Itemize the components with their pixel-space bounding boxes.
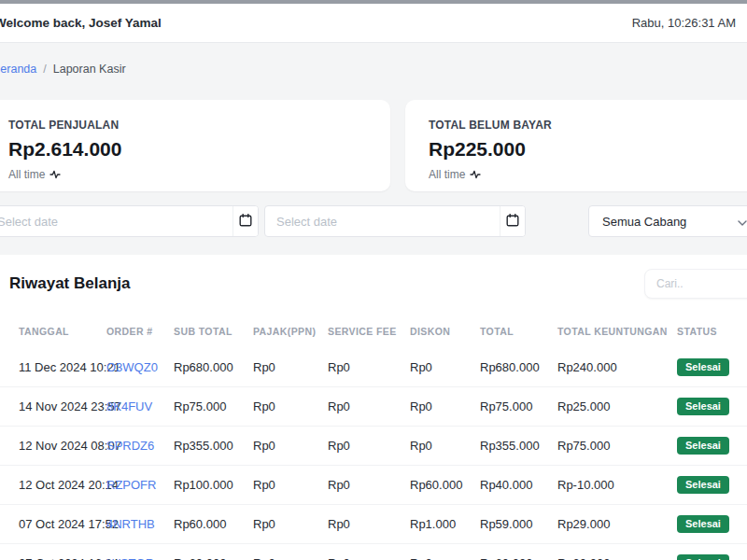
table-row[interactable]: 14 Nov 2024 23:57 8K4FUV Rp75.000 Rp0 Rp… [0, 387, 747, 427]
cell-pajak: Rp0 [253, 478, 275, 492]
status-badge: Selesai [677, 515, 729, 533]
breadcrumb-home-link[interactable]: Beranda [0, 63, 36, 76]
report-section: Riwayat Belanja TANGGALORDER #SUB TOTALP… [0, 255, 747, 560]
cell-service-fee: Rp0 [328, 478, 350, 492]
cell-sub-total: Rp100.000 [174, 478, 233, 492]
cell-diskon: Rp0 [410, 439, 432, 453]
order-link[interactable]: RZPOFR [106, 478, 156, 492]
card-total-penjualan: TOTAL PENJUALAN Rp2.614.000 All time [0, 100, 390, 191]
cell-sub-total: Rp355.000 [174, 439, 233, 453]
cell-total: Rp75.000 [480, 399, 532, 413]
cell-tanggal: 07 Oct 2024 16:34 [19, 556, 119, 560]
cell-sub-total: Rp60.000 [174, 556, 226, 560]
table-row[interactable]: 12 Oct 2024 20:14 RZPOFR Rp100.000 Rp0 R… [0, 466, 747, 505]
cell-diskon: Rp0 [410, 556, 432, 560]
app-header: Welcome back, Josef Yamal Rabu, 10:26:31… [0, 4, 747, 43]
calendar-icon [505, 213, 520, 231]
calendar-icon [238, 213, 253, 231]
card-value: Rp2.614.000 [8, 138, 368, 161]
cell-total: Rp680.000 [480, 360, 540, 374]
column-header: ORDER # [106, 316, 174, 348]
cell-keuntungan: Rp25.000 [557, 399, 610, 413]
cell-tanggal: 07 Oct 2024 17:52 [19, 517, 119, 531]
status-badge: Selesai [677, 398, 729, 415]
cell-total: Rp40.000 [480, 478, 532, 492]
date-to-input[interactable] [265, 206, 500, 236]
cell-keuntungan: Rp29.000 [557, 517, 610, 531]
report-title: Riwayat Belanja [9, 274, 130, 293]
cell-service-fee: Rp0 [328, 399, 350, 413]
card-label: TOTAL BELUM BAYAR [429, 119, 747, 132]
order-link[interactable]: 4NRTHB [106, 517, 155, 531]
column-header: TOTAL KEUNTUNGAN [557, 316, 677, 348]
branch-select[interactable]: Semua Cabang [588, 205, 747, 237]
cell-tanggal: 12 Oct 2024 20:14 [19, 478, 119, 492]
status-badge: Selesai [677, 554, 729, 560]
date-from-group [0, 205, 259, 237]
table-header: TANGGALORDER #SUB TOTALPAJAK(PPN)SERVICE… [0, 316, 747, 348]
breadcrumb-separator: / [43, 63, 46, 76]
cell-diskon: Rp60.000 [410, 478, 462, 492]
orders-table: TANGGALORDER #SUB TOTALPAJAK(PPN)SERVICE… [0, 316, 747, 560]
column-header: TANGGAL [0, 316, 106, 348]
order-link[interactable]: 8K4FUV [106, 399, 152, 413]
card-period: All time [429, 168, 465, 181]
cell-keuntungan: Rp75.000 [557, 439, 610, 453]
cell-total: Rp355.000 [480, 439, 540, 453]
table-row[interactable]: 07 Oct 2024 16:34 LVSTGR Rp60.000 Rp0 Rp… [0, 544, 747, 560]
search-input[interactable] [644, 269, 747, 299]
datetime-clock: Rabu, 10:26:31 AM [632, 16, 736, 30]
table-row[interactable]: 11 Dec 2024 10:21 O3WQZ0 Rp680.000 Rp0 R… [0, 348, 747, 387]
order-link[interactable]: LVSTGR [106, 556, 154, 560]
activity-icon [470, 169, 481, 180]
cell-sub-total: Rp60.000 [174, 517, 226, 531]
card-period: All time [8, 168, 45, 181]
cell-keuntungan: Rp240.000 [557, 360, 617, 374]
cell-keuntungan: Rp-10.000 [557, 478, 614, 492]
cell-service-fee: Rp0 [328, 556, 350, 560]
cell-pajak: Rp0 [253, 360, 275, 374]
cell-keuntungan: Rp30.000 [557, 556, 610, 560]
chevron-down-icon [738, 215, 747, 229]
column-header: SERVICE FEE [328, 316, 410, 348]
date-to-group [264, 205, 526, 237]
cell-diskon: Rp0 [410, 399, 432, 413]
cell-diskon: Rp1.000 [410, 517, 456, 531]
cell-service-fee: Rp0 [328, 517, 350, 531]
calendar-button-from[interactable] [233, 206, 258, 236]
column-header: DISKON [410, 316, 480, 348]
card-label: TOTAL PENJUALAN [8, 119, 368, 132]
cell-sub-total: Rp680.000 [174, 360, 233, 374]
column-header: PAJAK(PPN) [253, 316, 328, 348]
filter-bar: Semua Cabang [0, 205, 747, 237]
cell-total: Rp59.000 [480, 517, 532, 531]
order-link[interactable]: O3WQZ0 [106, 360, 158, 374]
card-value: Rp225.000 [429, 138, 747, 161]
cell-pajak: Rp0 [253, 517, 275, 531]
cell-service-fee: Rp0 [328, 439, 350, 453]
column-header: TOTAL [480, 316, 557, 348]
activity-icon [49, 169, 61, 180]
summary-cards: TOTAL PENJUALAN Rp2.614.000 All time TOT… [0, 100, 747, 191]
table-row[interactable]: 07 Oct 2024 17:52 4NRTHB Rp60.000 Rp0 Rp… [0, 505, 747, 544]
branch-select-value: Semua Cabang [602, 215, 686, 229]
status-badge: Selesai [677, 437, 729, 455]
column-header: STATUS [677, 316, 747, 348]
status-badge: Selesai [677, 476, 729, 494]
cell-pajak: Rp0 [253, 399, 275, 413]
breadcrumb: Beranda / Laporan Kasir [0, 63, 747, 76]
cell-service-fee: Rp0 [328, 360, 350, 374]
cell-pajak: Rp0 [253, 556, 275, 560]
cell-pajak: Rp0 [253, 439, 275, 453]
status-badge: Selesai [677, 358, 729, 376]
calendar-button-to[interactable] [500, 206, 525, 236]
cell-diskon: Rp0 [410, 360, 432, 374]
table-row[interactable]: 12 Nov 2024 08:07 SPRDZ6 Rp355.000 Rp0 R… [0, 427, 747, 466]
cell-tanggal: 11 Dec 2024 10:21 [19, 360, 120, 374]
date-from-input[interactable] [0, 206, 233, 236]
welcome-message: Welcome back, Josef Yamal [0, 16, 162, 30]
cell-total: Rp60.000 [480, 556, 532, 560]
card-total-belum-bayar: TOTAL BELUM BAYAR Rp225.000 All time [405, 100, 747, 191]
column-header: SUB TOTAL [174, 316, 253, 348]
order-link[interactable]: SPRDZ6 [106, 439, 154, 453]
